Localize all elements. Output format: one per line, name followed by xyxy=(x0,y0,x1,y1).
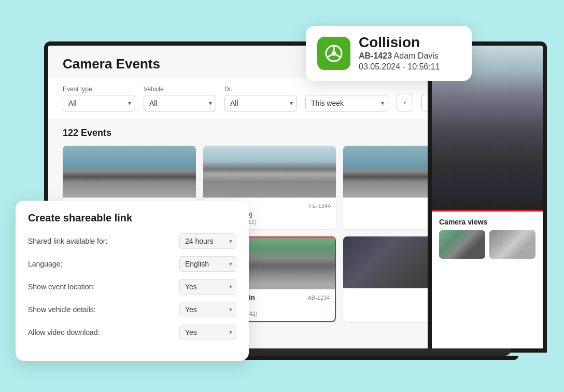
right-panel: Camera views xyxy=(428,41,547,353)
camera-thumbs xyxy=(432,230,543,259)
collision-info: Collision AB-1423 Adam Davis 03.05.2024 … xyxy=(359,35,440,72)
shareable-label-2: Show event location: xyxy=(28,283,95,291)
event-plate-5: AB-1234 xyxy=(308,295,330,301)
shareable-label-1: Language: xyxy=(28,260,62,268)
shareable-row-0: Shared link available for: 24 hours xyxy=(28,233,236,249)
driver-select-wrapper[interactable]: All xyxy=(224,95,297,111)
svg-line-3 xyxy=(327,54,332,57)
period-select[interactable]: This week xyxy=(305,95,388,111)
collision-date: 03.05.2024 - 10:56:11 xyxy=(359,62,440,72)
shareable-row-1: Language: English xyxy=(28,256,236,272)
shareable-select-wrapper-1[interactable]: English xyxy=(179,256,236,272)
shareable-select-wrapper-2[interactable]: Yes xyxy=(179,279,236,295)
svg-point-1 xyxy=(332,51,336,56)
shareable-row-4: Allow video download: Yes xyxy=(28,325,236,340)
camera-progress-bar xyxy=(432,210,543,212)
events-count: 122 Events xyxy=(63,128,476,138)
collision-driver: Adam Davis xyxy=(394,51,439,60)
shareable-select-wrapper-3[interactable]: Yes xyxy=(179,302,236,317)
vehicle-select-wrapper[interactable]: All xyxy=(144,95,216,111)
collision-title: Collision xyxy=(359,35,440,50)
shareable-title: Create shareable link xyxy=(28,212,236,224)
period-label xyxy=(305,86,388,93)
filters-area: Event type All Vehicle All Dr. xyxy=(48,78,491,119)
shareable-select-1[interactable]: English xyxy=(179,256,236,272)
event-thumb-1 xyxy=(63,146,196,198)
shareable-label-0: Shared link available for: xyxy=(28,237,107,245)
shareable-label-4: Allow video download: xyxy=(28,328,100,337)
prev-arrow[interactable]: ‹ xyxy=(397,93,413,111)
shareable-card: Create shareable link Shared link availa… xyxy=(16,201,249,361)
event-type-label: Event type xyxy=(63,86,135,93)
period-select-wrapper[interactable]: This week xyxy=(305,95,388,111)
shareable-row-3: Show vehicle details: Yes xyxy=(28,302,236,317)
shareable-select-wrapper-0[interactable]: 24 hours xyxy=(179,233,236,249)
steering-wheel-icon xyxy=(325,44,343,63)
collision-vehicle: AB-1423 xyxy=(359,51,392,60)
svg-line-4 xyxy=(336,54,341,57)
collision-icon xyxy=(317,37,350,70)
period-filter: This week xyxy=(305,86,388,111)
event-type-filter: Event type All xyxy=(63,86,135,111)
event-plate-2: FE-1244 xyxy=(309,203,331,209)
collision-card: Collision AB-1423 Adam Davis 03.05.2024 … xyxy=(306,26,472,81)
shareable-select-0[interactable]: 24 hours xyxy=(179,233,236,249)
camera-thumb-2[interactable] xyxy=(489,230,535,259)
shareable-label-3: Show vehicle details: xyxy=(28,305,96,314)
shareable-select-2[interactable]: Yes xyxy=(179,279,236,295)
camera-views-label: Camera views xyxy=(432,212,543,230)
driver-filter: Dr. All xyxy=(224,86,297,111)
vehicle-select[interactable]: All xyxy=(144,95,216,111)
shareable-select-3[interactable]: Yes xyxy=(179,302,236,317)
driver-label: Dr. xyxy=(224,86,297,93)
collision-subtitle: AB-1423 Adam Davis xyxy=(359,51,440,61)
driver-select[interactable]: All xyxy=(224,95,297,111)
vehicle-filter: Vehicle All xyxy=(144,86,216,111)
camera-thumb-1[interactable] xyxy=(439,230,485,259)
shareable-row-2: Show event location: Yes xyxy=(28,279,236,295)
event-type-select[interactable]: All xyxy=(63,95,135,111)
event-type-select-wrapper[interactable]: All xyxy=(63,95,135,111)
shareable-select-4[interactable]: Yes xyxy=(179,325,236,340)
vehicle-label: Vehicle xyxy=(144,86,216,93)
shareable-select-wrapper-4[interactable]: Yes xyxy=(179,325,236,340)
event-thumb-2 xyxy=(203,146,336,198)
